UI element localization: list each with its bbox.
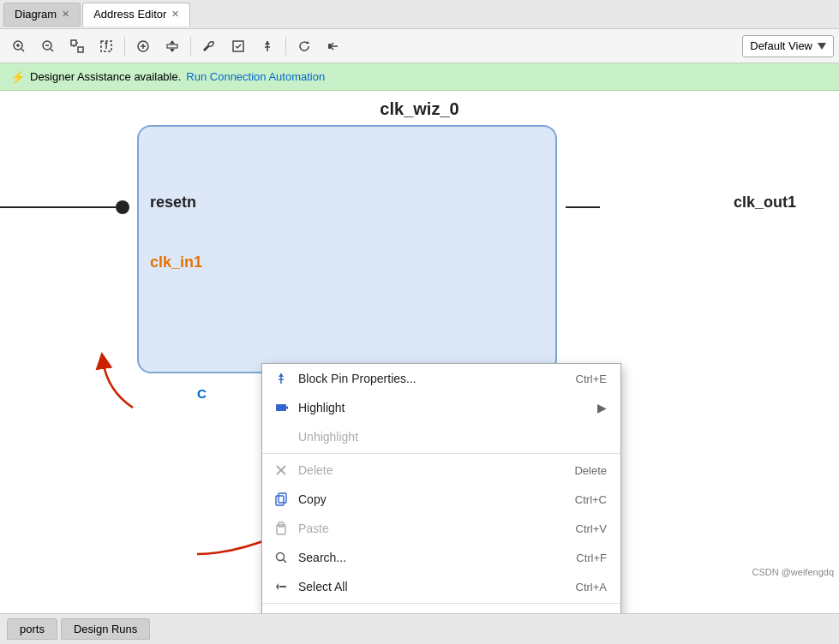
- lightning-icon: ⚡: [10, 70, 25, 84]
- refresh-button[interactable]: [291, 33, 318, 59]
- zoom-out-button[interactable]: [34, 33, 62, 59]
- svg-rect-43: [279, 586, 286, 587]
- ctx-highlight-arrow: ▶: [597, 401, 607, 414]
- designer-bar-message: Designer Assistance available.: [30, 70, 181, 83]
- zoom-in-button[interactable]: [5, 33, 33, 59]
- wrench-button[interactable]: [195, 33, 223, 59]
- ctx-select-all[interactable]: Select All Ctrl+A: [262, 572, 620, 601]
- fit-button[interactable]: [63, 33, 91, 59]
- back-icon: [327, 39, 340, 53]
- ctx-unhighlight: Unhighlight: [262, 422, 620, 451]
- validate-icon: [231, 39, 245, 53]
- bottom-tab-design-runs[interactable]: Design Runs: [61, 618, 150, 640]
- ctx-copy[interactable]: Copy Ctrl+C: [262, 485, 620, 514]
- ctx-divider2: [262, 603, 620, 604]
- ctx-select-all-label: Select All: [298, 580, 567, 593]
- ctx-add-ip[interactable]: Add IP... Ctrl+I: [262, 605, 620, 613]
- chevron-down-icon: [818, 43, 826, 50]
- wrench-icon: [202, 39, 216, 53]
- svg-marker-30: [279, 373, 284, 377]
- select-area-icon: [99, 39, 113, 53]
- context-menu: Block Pin Properties... Ctrl+E Highlight…: [261, 363, 621, 613]
- ctx-delete-label: Delete: [298, 463, 566, 477]
- svg-rect-36: [279, 493, 286, 503]
- ctx-search-shortcut: Ctrl+F: [576, 552, 607, 564]
- add-ip-button[interactable]: [129, 33, 157, 59]
- svg-point-40: [277, 553, 285, 561]
- ctx-copy-shortcut: Ctrl+C: [575, 493, 607, 506]
- select-all-ctx-icon: [273, 578, 290, 595]
- ctx-search[interactable]: Search... Ctrl+F: [262, 543, 620, 572]
- move-button[interactable]: [159, 33, 186, 59]
- tab-address-editor-label: Address Editor: [93, 8, 166, 21]
- ctx-block-pin-properties[interactable]: Block Pin Properties... Ctrl+E: [262, 364, 620, 393]
- svg-rect-7: [71, 40, 76, 45]
- svg-rect-8: [78, 47, 83, 52]
- ctx-paste-shortcut: Ctrl+V: [576, 522, 607, 535]
- copy-ctx-icon: [273, 491, 290, 508]
- svg-marker-19: [170, 49, 175, 52]
- blue-c-label: C: [197, 386, 207, 401]
- conn-line-right: [566, 206, 600, 208]
- validate-button[interactable]: [225, 33, 252, 59]
- add-circle-icon: [136, 39, 150, 53]
- refresh-icon: [297, 39, 311, 53]
- fit-icon: [70, 39, 84, 53]
- ctx-highlight-label: Highlight: [298, 401, 589, 414]
- svg-rect-17: [167, 45, 177, 48]
- divider1: [124, 37, 125, 56]
- tab-address-editor-close[interactable]: ✕: [171, 9, 179, 20]
- port-clk-out1-label: clk_out1: [734, 194, 796, 212]
- designer-bar: ⚡ Designer Assistance available. Run Con…: [0, 63, 839, 91]
- conn-line-left: [0, 206, 116, 208]
- unhighlight-ctx-icon: [273, 428, 290, 445]
- view-dropdown[interactable]: Default View: [742, 35, 834, 57]
- bottom-tab-ports[interactable]: ports: [7, 618, 57, 640]
- bottom-tab-bar: ports Design Runs: [0, 613, 839, 644]
- ip-block: [137, 125, 557, 373]
- tab-diagram-label: Diagram: [15, 8, 57, 21]
- svg-line-6: [51, 49, 53, 51]
- search-ctx-icon: [273, 549, 290, 566]
- divider3: [285, 37, 286, 56]
- pin-icon: [261, 39, 274, 53]
- run-connection-automation-link[interactable]: Run Connection Automation: [186, 70, 325, 83]
- select-area-button[interactable]: [93, 33, 120, 59]
- ctx-delete-shortcut: Delete: [574, 464, 607, 477]
- ctx-block-pin-properties-label: Block Pin Properties...: [298, 372, 567, 385]
- ctx-divider1: [262, 453, 620, 454]
- watermark: CSDN @weifengdq: [752, 567, 834, 577]
- zoom-in-icon: [12, 39, 26, 53]
- svg-marker-42: [276, 583, 279, 590]
- svg-rect-25: [328, 44, 331, 49]
- ctx-unhighlight-label: Unhighlight: [298, 430, 607, 444]
- svg-marker-18: [170, 40, 175, 44]
- svg-line-41: [284, 560, 287, 564]
- toolbar: Default View: [0, 29, 839, 63]
- ctx-select-all-shortcut: Ctrl+A: [576, 581, 607, 593]
- tab-diagram[interactable]: Diagram ✕: [3, 3, 81, 27]
- ctx-copy-label: Copy: [298, 492, 566, 506]
- ctx-paste: Paste Ctrl+V: [262, 514, 620, 543]
- pin-button[interactable]: [254, 33, 281, 59]
- highlight-ctx-icon: [273, 399, 290, 416]
- tab-bar: Diagram ✕ Address Editor ✕: [0, 0, 839, 29]
- svg-rect-37: [276, 496, 284, 505]
- ctx-paste-label: Paste: [298, 522, 567, 535]
- back-button[interactable]: [320, 33, 347, 59]
- ctx-highlight[interactable]: Highlight ▶: [262, 393, 620, 422]
- ctx-search-label: Search...: [298, 551, 567, 564]
- tab-diagram-close[interactable]: ✕: [62, 9, 69, 20]
- svg-marker-22: [265, 41, 270, 45]
- ctx-delete: Delete Delete: [262, 456, 620, 485]
- paste-ctx-icon: [273, 520, 290, 537]
- port-resetn-label: resetn: [150, 194, 196, 212]
- tab-address-editor[interactable]: Address Editor ✕: [82, 3, 190, 27]
- svg-line-3: [21, 49, 24, 51]
- ctx-block-pin-properties-shortcut: Ctrl+E: [576, 373, 607, 385]
- svg-rect-32: [276, 404, 286, 411]
- pin-ctx-icon: [273, 370, 290, 387]
- block-title: clk_wiz_0: [380, 99, 458, 119]
- svg-marker-26: [818, 43, 826, 50]
- divider2: [190, 37, 191, 56]
